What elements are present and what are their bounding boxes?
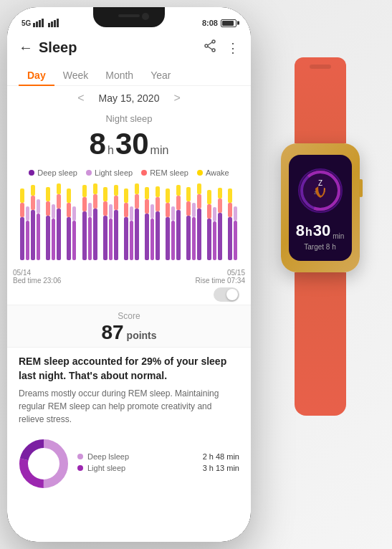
score-value-display: 87 points (7, 321, 251, 344)
info-title: REM sleep accounted for 29% of your slee… (19, 355, 239, 383)
svg-rect-29 (57, 194, 61, 209)
prev-date-button[interactable]: < (77, 92, 84, 105)
svg-rect-54 (124, 188, 128, 203)
watch-strap-top (295, 57, 346, 143)
svg-rect-77 (186, 201, 191, 216)
sleep-section: Night sleep 8 h 30 min (7, 110, 251, 164)
svg-point-8 (212, 40, 215, 43)
rem-sleep-label: REM sleep (150, 168, 188, 177)
svg-rect-64 (150, 204, 154, 219)
watch-screen: Z z z 8 h 30 min Target 8 h (289, 155, 352, 261)
svg-rect-55 (130, 221, 133, 260)
svg-rect-6 (54, 20, 56, 27)
next-date-button[interactable]: > (173, 92, 180, 105)
svg-rect-14 (20, 203, 24, 217)
svg-rect-16 (26, 221, 29, 260)
app-content: ← Sleep ⋮ (7, 33, 251, 542)
toggle-row (7, 285, 251, 305)
svg-rect-94 (228, 188, 232, 203)
svg-rect-40 (88, 203, 92, 217)
chart-dates: 05/14 Bed time 23:06 05/15 Rise time 07:… (7, 267, 251, 285)
breakdown-deep-label: Deep lsleep (87, 452, 199, 461)
watch-body: Z z z 8 h 30 min Target 8 h (281, 143, 360, 272)
right-date: 05/15 (227, 269, 245, 277)
score-section: Score 87 points (7, 305, 251, 348)
watch-side-button (359, 179, 363, 197)
legend-deep-sleep: Deep sleep (29, 168, 77, 177)
sleep-breakdown: Deep lsleep 2 h 48 min Light sleep 3 h 1… (77, 452, 239, 475)
back-button[interactable]: ← (19, 39, 33, 56)
sleep-minutes-unit: min (150, 144, 169, 157)
notch-speaker (118, 14, 140, 17)
svg-rect-42 (93, 194, 97, 209)
sleep-minutes: 30 (115, 127, 149, 161)
svg-rect-28 (57, 209, 61, 260)
svg-line-11 (208, 42, 212, 45)
svg-rect-25 (46, 187, 50, 201)
breakdown-light-value: 3 h 13 min (203, 464, 239, 472)
signal-icon (33, 19, 46, 27)
watch-time-display: 8 h 30 min (296, 221, 345, 240)
breakdown-deep-value: 2 h 48 min (203, 452, 239, 461)
svg-rect-4 (48, 23, 50, 27)
right-sub: Rise time 07:34 (196, 277, 245, 285)
chart-date-left: 05/14 Bed time 23:06 (13, 269, 61, 285)
tab-month[interactable]: Month (97, 65, 142, 85)
svg-rect-53 (124, 203, 128, 217)
info-body: Dreams mostly occur during REM sleep. Ma… (19, 387, 239, 426)
svg-rect-50 (114, 196, 118, 210)
svg-rect-95 (234, 221, 237, 260)
svg-rect-5 (51, 22, 53, 27)
svg-rect-92 (228, 217, 232, 260)
svg-rect-83 (197, 183, 201, 194)
chart-date-right: 05/15 Rise time 07:34 (196, 269, 245, 285)
svg-rect-93 (228, 203, 232, 217)
breakdown-light-dot (77, 465, 83, 471)
svg-rect-15 (20, 188, 24, 203)
bottom-section: Deep lsleep 2 h 48 min Light sleep 3 h 1… (7, 433, 251, 495)
svg-rect-67 (156, 186, 160, 197)
svg-rect-33 (67, 188, 71, 203)
svg-rect-51 (114, 185, 118, 196)
score-number: 87 (101, 321, 123, 344)
legend-awake: Awake (197, 168, 229, 177)
svg-rect-65 (156, 211, 160, 260)
svg-rect-66 (156, 197, 160, 211)
breakdown-light-label: Light sleep (87, 464, 199, 472)
breakdown-deep-sleep: Deep lsleep 2 h 48 min (77, 452, 239, 461)
toggle-switch[interactable] (214, 287, 239, 302)
awake-label: Awake (206, 168, 229, 177)
svg-rect-86 (207, 190, 211, 204)
tab-day[interactable]: Day (19, 65, 54, 85)
sleep-hours: 8 (90, 127, 106, 161)
share-icon[interactable] (204, 39, 218, 57)
svg-rect-79 (192, 217, 196, 260)
svg-rect-61 (145, 199, 149, 214)
svg-rect-81 (197, 209, 201, 260)
svg-rect-72 (171, 206, 175, 221)
svg-rect-75 (176, 185, 181, 196)
svg-rect-69 (166, 203, 170, 217)
light-sleep-label: Light sleep (95, 168, 133, 177)
watch-sleep-ring: Z z z (295, 166, 345, 216)
svg-rect-71 (171, 221, 175, 260)
tab-year[interactable]: Year (142, 65, 179, 85)
svg-rect-60 (145, 214, 149, 260)
svg-rect-21 (37, 214, 40, 260)
current-date: May 15, 2020 (99, 92, 160, 104)
score-unit: points (127, 330, 157, 341)
rem-sleep-dot (141, 170, 147, 176)
svg-rect-18 (31, 210, 35, 260)
status-bar-right: 8:08 (202, 19, 236, 27)
more-icon[interactable]: ⋮ (226, 40, 239, 56)
svg-rect-0 (33, 23, 35, 27)
svg-rect-17 (26, 206, 29, 221)
svg-rect-90 (218, 199, 222, 213)
app-header: ← Sleep ⋮ (7, 33, 251, 62)
svg-rect-38 (82, 185, 87, 197)
svg-rect-47 (109, 219, 113, 260)
svg-rect-48 (109, 204, 113, 219)
svg-rect-43 (93, 183, 97, 194)
tab-week[interactable]: Week (54, 65, 97, 85)
svg-rect-49 (114, 210, 118, 260)
